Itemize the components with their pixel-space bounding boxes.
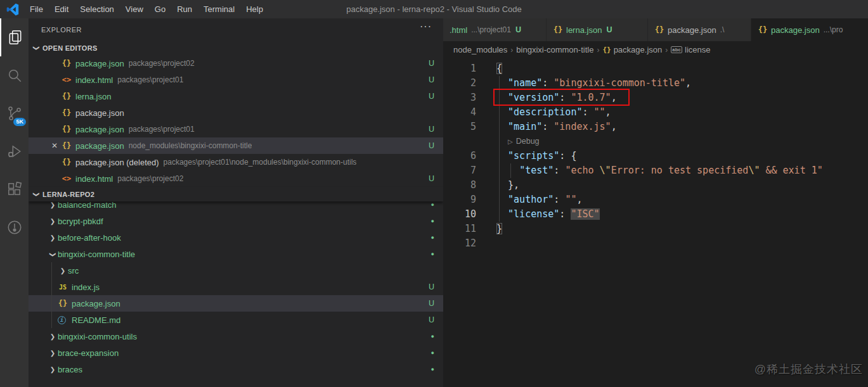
code-line-4[interactable]: 4 "description": "",	[443, 105, 868, 120]
tree-file-index.js[interactable]: JSindex.jsU	[29, 279, 443, 295]
code-token: {	[496, 63, 502, 74]
tab-package.json-3[interactable]: {}package.json...\pro	[751, 18, 868, 41]
tab-lerna.json-1[interactable]: {}lerna.jsonU	[547, 18, 648, 41]
tree-file-package.json[interactable]: {}package.jsonU	[29, 295, 443, 312]
breadcrumb-item-license[interactable]: abclicense	[671, 45, 710, 54]
explorer-sidebar: EXPLORER ··· ❯ OPEN EDITORS {}package.js…	[29, 18, 443, 387]
breadcrumb-label: node_modules	[453, 45, 507, 54]
tab-bar: .html...\project01U{}lerna.jsonU{}packag…	[443, 18, 868, 41]
code-token: :	[582, 106, 593, 118]
file-name: package.json	[75, 108, 124, 118]
open-editors-list: {}package.jsonpackages\project02U<>index…	[29, 55, 443, 187]
code-token: :	[542, 77, 554, 89]
open-editor-item[interactable]: {}package.jsonpackages\project02U	[29, 55, 443, 72]
file-name: lerna.json	[75, 92, 111, 101]
code-line-7[interactable]: 7 "test": "echo \"Error: no test specifi…	[443, 163, 868, 178]
open-editor-item[interactable]: {}lerna.jsonU	[29, 88, 443, 105]
explorer-icon[interactable]	[0, 18, 29, 56]
code-line-6[interactable]: 6 "scripts": {	[443, 149, 868, 163]
code-line-8[interactable]: 8 },	[443, 178, 868, 193]
open-editor-item[interactable]: {}package.json	[29, 105, 443, 121]
tree-file-README.md[interactable]: iREADME.mdU	[29, 312, 443, 328]
tab-dir: ...\pro	[824, 25, 843, 34]
item-label: index.js	[72, 282, 100, 292]
code-line-9[interactable]: 9 "author": "",	[443, 193, 868, 207]
annotation-red-box	[493, 89, 630, 106]
menu-terminal[interactable]: Terminal	[198, 0, 240, 18]
modified-dot-badge: ●	[426, 366, 434, 372]
code-token: "main"	[508, 121, 542, 132]
line-number: 1	[443, 61, 476, 76]
git-status-badge: U	[424, 299, 434, 308]
code-token: ,	[606, 106, 611, 118]
code-line-12[interactable]: 12	[443, 236, 868, 251]
code-line-1[interactable]: 1{	[443, 61, 868, 76]
tab-dir: ...\project01	[471, 25, 511, 34]
code-token	[496, 208, 508, 220]
tab-package.json-2[interactable]: {}package.json.\	[648, 18, 751, 41]
file-name: index.html	[75, 75, 113, 85]
tree-folder-bingxixi-common-title[interactable]: ❯bingxixi-common-title●	[29, 246, 443, 262]
breadcrumb-item-node_modules[interactable]: node_modules	[453, 45, 507, 54]
search-icon[interactable]	[0, 56, 29, 94]
breadcrumb-item-package.json[interactable]: {}package.json	[602, 45, 662, 54]
open-editor-item[interactable]: {}package.json (deleted)packages\project…	[29, 154, 443, 170]
explorer-more-actions-button[interactable]: ···	[420, 21, 432, 32]
line-number: 6	[443, 149, 476, 163]
code-token: :	[542, 121, 554, 132]
git-status-badge: U	[424, 92, 434, 101]
code-line-11[interactable]: 11}	[443, 222, 868, 236]
code-token: "test"	[519, 165, 554, 176]
run-debug-icon[interactable]	[0, 132, 29, 170]
file-name: package.json	[75, 59, 124, 68]
gitlens-icon[interactable]	[0, 208, 29, 246]
modified-dot-badge: ●	[426, 234, 434, 241]
menu-help[interactable]: Help	[240, 0, 269, 18]
menu-selection[interactable]: Selection	[74, 0, 119, 18]
code-token	[496, 150, 508, 162]
json-file-icon: {}	[62, 108, 72, 117]
tree-folder-braces[interactable]: ❯braces●	[29, 361, 443, 377]
item-label: before-after-hook	[58, 233, 121, 243]
menu-go[interactable]: Go	[149, 0, 171, 18]
code-token	[496, 121, 508, 132]
open-editor-item[interactable]: {}package.jsonpackages\project01U	[29, 121, 443, 137]
breadcrumb-item-bingxixi-common-title[interactable]: bingxixi-common-title	[516, 45, 593, 54]
modified-dot-badge: ●	[426, 333, 434, 339]
open-editor-item[interactable]: ✕{}package.jsonnode_modules\bingxixi-com…	[29, 137, 443, 154]
menu-view[interactable]: View	[120, 0, 149, 18]
close-icon[interactable]: ✕	[48, 141, 62, 150]
workspace-header[interactable]: ❯ LERNA-REPO2	[29, 187, 443, 201]
breadcrumb-separator-icon: ›	[665, 46, 668, 54]
source-control-icon[interactable]: 5K	[0, 94, 29, 132]
json-file-icon: {}	[758, 25, 768, 34]
line-number: 10	[443, 207, 476, 222]
chevron-right-icon: ❯	[48, 350, 58, 357]
chevron-right-icon: ❯	[48, 333, 58, 340]
tree-folder-bcrypt-pbkdf[interactable]: ❯bcrypt-pbkdf●	[29, 213, 443, 229]
tab-html-0[interactable]: .html...\project01U	[443, 18, 547, 41]
tab-git-badge: U	[606, 25, 612, 34]
tree-folder-before-after-hook[interactable]: ❯before-after-hook●	[29, 229, 443, 246]
tree-folder-brace-expansion[interactable]: ❯brace-expansion●	[29, 345, 443, 361]
code-token: "description"	[508, 106, 582, 118]
menu-run[interactable]: Run	[171, 0, 198, 18]
code-area[interactable]: 1{2 "name": "bingxixi-common-title",3 "v…	[443, 58, 868, 251]
menu-edit[interactable]: Edit	[49, 0, 74, 18]
file-name: package.json (deleted)	[75, 158, 159, 167]
codelens-debug[interactable]: ▷Debug	[443, 134, 868, 149]
code-line-5[interactable]: 5 "main": "index.js",	[443, 120, 868, 134]
title-bar: FileEditSelectionViewGoRunTerminalHelp p…	[0, 0, 868, 18]
tree-folder-bingxixi-common-utils[interactable]: ❯bingxixi-common-utils●	[29, 328, 443, 345]
html-file-icon: <>	[62, 75, 72, 84]
open-editor-item[interactable]: <>index.htmlpackages\project01U	[29, 72, 443, 88]
open-editor-item[interactable]: <>index.htmlpackages\project02U	[29, 170, 443, 187]
tree-folder-src[interactable]: ❯src	[29, 262, 443, 279]
extensions-icon[interactable]	[0, 170, 29, 208]
menu-file[interactable]: File	[24, 0, 49, 18]
open-editors-header[interactable]: ❯ OPEN EDITORS	[29, 41, 443, 55]
code-line-10[interactable]: 10 "license": "ISC"	[443, 207, 868, 222]
code-token	[496, 106, 508, 118]
code-token: Error: no test specified	[611, 165, 749, 176]
code-token: ,	[576, 194, 582, 205]
